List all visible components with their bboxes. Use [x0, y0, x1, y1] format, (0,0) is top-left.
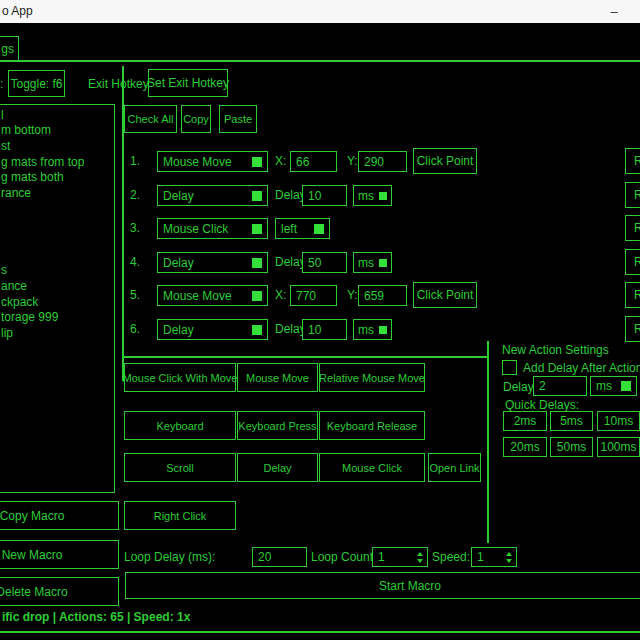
- remove-action-button[interactable]: R: [625, 148, 640, 174]
- palette-label: Keyboard Release: [327, 420, 418, 432]
- remove-action-button[interactable]: R: [625, 282, 640, 308]
- paste-button[interactable]: Paste: [219, 105, 257, 133]
- minimize-button[interactable]: –: [596, 0, 632, 23]
- add-delay-label: Add Delay After Action: [523, 361, 640, 375]
- macro-list-item[interactable]: m bottom: [1, 123, 51, 137]
- spinner-arrows[interactable]: [417, 548, 423, 566]
- speed-spinner[interactable]: 1: [471, 547, 517, 567]
- action-type-value: Mouse Move: [163, 155, 232, 169]
- x-input[interactable]: 66: [290, 151, 337, 172]
- palette-scroll-button[interactable]: Scroll: [124, 453, 236, 482]
- macro-list-item[interactable]: s: [1, 263, 7, 277]
- x-value: 770: [296, 289, 316, 303]
- action-type-dropdown[interactable]: Delay: [157, 252, 268, 273]
- y-label: Y:: [347, 154, 358, 168]
- delete-macro-button[interactable]: Delete Macro: [0, 577, 119, 606]
- delay-unit-value: ms: [358, 189, 374, 203]
- palette-label: Scroll: [166, 462, 194, 474]
- palette-mouse-move-button[interactable]: Mouse Move: [237, 363, 318, 392]
- y-label: Y:: [347, 288, 358, 302]
- speed-value: 1: [477, 550, 484, 564]
- palette-delay-button[interactable]: Delay: [237, 453, 318, 482]
- palette-open-link-button[interactable]: Open Link: [428, 453, 481, 482]
- macro-list-item[interactable]: g mats both: [1, 170, 64, 184]
- macro-list-item[interactable]: st: [1, 139, 10, 153]
- palette-keyboard-press-button[interactable]: Keyboard Press: [237, 411, 318, 440]
- delay-input[interactable]: 50: [302, 252, 347, 273]
- action-type-dropdown[interactable]: Delay: [157, 319, 268, 340]
- macro-list-item[interactable]: ckpack: [1, 295, 38, 309]
- dropdown-indicator-icon: [252, 224, 262, 234]
- quick-delay-button[interactable]: 50ms: [550, 437, 593, 457]
- new-action-settings-border: [487, 341, 489, 543]
- action-type-dropdown[interactable]: Mouse Click: [157, 218, 268, 239]
- action-type-dropdown[interactable]: Mouse Move: [157, 151, 268, 172]
- palette-mouse-click-with-move-button[interactable]: Mouse Click With Move: [124, 363, 236, 392]
- y-input[interactable]: 290: [358, 151, 407, 172]
- new-macro-button[interactable]: New Macro: [0, 540, 119, 569]
- nas-unit-value: ms: [596, 379, 612, 393]
- spinner-up-icon[interactable]: [506, 552, 512, 556]
- macro-list-item[interactable]: lip: [1, 326, 13, 340]
- macro-list-item[interactable]: l: [1, 108, 4, 122]
- delay-unit-dropdown[interactable]: ms: [353, 252, 392, 273]
- copy-macro-button[interactable]: Copy Macro: [0, 501, 119, 530]
- macro-list-item[interactable]: torage 999: [1, 310, 58, 324]
- set-exit-hotkey-button[interactable]: Set Exit Hotkey: [148, 69, 228, 97]
- check-all-button[interactable]: Check All: [124, 105, 177, 133]
- delay-input[interactable]: 10: [302, 185, 347, 206]
- palette-relative-mouse-move-button[interactable]: Relative Mouse Move: [319, 363, 425, 392]
- macro-list-item[interactable]: ance: [1, 279, 27, 293]
- quick-delay-button[interactable]: 20ms: [503, 437, 547, 457]
- mouse-button-dropdown[interactable]: left: [275, 218, 330, 239]
- y-input[interactable]: 659: [358, 285, 407, 306]
- action-type-value: Mouse Move: [163, 289, 232, 303]
- quick-delay-button[interactable]: 10ms: [597, 411, 640, 431]
- macro-list-item[interactable]: g mats from top: [1, 155, 84, 169]
- remove-action-label: R: [634, 154, 640, 168]
- remove-action-button[interactable]: R: [625, 316, 640, 342]
- loop-count-spinner[interactable]: 1: [372, 547, 428, 567]
- toggle-hotkey-button[interactable]: Toggle: f6: [8, 70, 65, 97]
- speed-label: Speed:: [432, 550, 470, 564]
- palette-keyboard-release-button[interactable]: Keyboard Release: [319, 411, 425, 440]
- tab-settings[interactable]: gs: [0, 36, 19, 61]
- action-row-number: 6.: [130, 322, 140, 336]
- nas-unit-dropdown[interactable]: ms: [590, 376, 637, 396]
- spinner-arrows[interactable]: [506, 548, 512, 566]
- delay-unit-dropdown[interactable]: ms: [353, 185, 392, 206]
- start-macro-button[interactable]: Start Macro: [125, 572, 640, 599]
- quick-delay-label: 50ms: [557, 440, 586, 454]
- add-delay-checkbox[interactable]: [502, 360, 517, 375]
- click-point-button[interactable]: Click Point: [413, 282, 477, 308]
- macro-list-item[interactable]: rance: [1, 186, 31, 200]
- action-row-number: 5.: [130, 288, 140, 302]
- quick-delay-label: 2ms: [514, 414, 537, 428]
- copy-button[interactable]: Copy: [181, 105, 211, 133]
- quick-delay-label: 10ms: [604, 414, 633, 428]
- palette-keyboard-button[interactable]: Keyboard: [124, 411, 236, 440]
- quick-delay-button[interactable]: 5ms: [550, 411, 593, 431]
- palette-label: Keyboard: [156, 420, 203, 432]
- nas-delay-input[interactable]: 2: [533, 376, 587, 396]
- quick-delay-button[interactable]: 2ms: [503, 411, 547, 431]
- palette-right-click-button[interactable]: Right Click: [124, 501, 236, 530]
- click-point-button[interactable]: Click Point: [413, 148, 477, 174]
- remove-action-label: R: [634, 188, 640, 202]
- x-value: 66: [296, 155, 309, 169]
- quick-delay-button[interactable]: 100ms: [597, 437, 640, 457]
- remove-action-button[interactable]: R: [625, 182, 640, 208]
- action-type-dropdown[interactable]: Delay: [157, 185, 268, 206]
- remove-action-button[interactable]: R: [625, 249, 640, 275]
- spinner-up-icon[interactable]: [417, 552, 423, 556]
- loop-delay-input[interactable]: 20: [252, 547, 307, 567]
- spinner-down-icon[interactable]: [506, 559, 512, 563]
- spinner-down-icon[interactable]: [417, 559, 423, 563]
- palette-mouse-click-button[interactable]: Mouse Click: [319, 453, 425, 482]
- remove-action-button[interactable]: R: [625, 215, 640, 241]
- action-type-value: Delay: [163, 256, 194, 270]
- delay-input[interactable]: 10: [302, 319, 347, 340]
- action-type-dropdown[interactable]: Mouse Move: [157, 285, 268, 306]
- delay-unit-dropdown[interactable]: ms: [353, 319, 392, 340]
- x-input[interactable]: 770: [290, 285, 337, 306]
